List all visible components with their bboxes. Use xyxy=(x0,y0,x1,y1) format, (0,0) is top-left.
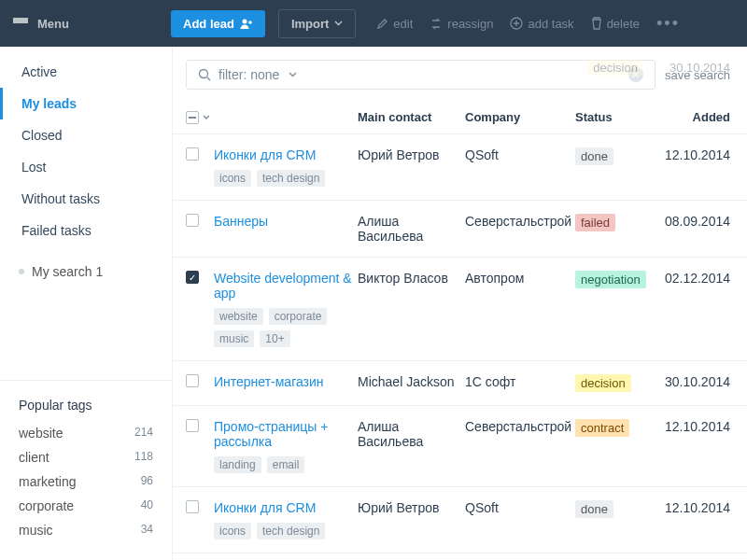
edit-label: edit xyxy=(393,17,413,31)
import-label: Import xyxy=(291,17,329,31)
row-checkbox[interactable] xyxy=(186,500,199,513)
reassign-label: reassign xyxy=(447,17,493,31)
table-body: Иконки для CRMiconstech designЮрий Ветро… xyxy=(173,134,747,560)
row-checkbox[interactable] xyxy=(186,419,199,432)
lead-contact: Michael Jackson xyxy=(358,374,465,389)
lead-title-link[interactable]: Интернет-магазин xyxy=(214,374,324,389)
more-actions[interactable]: ••• xyxy=(656,14,680,34)
menu-button[interactable]: Menu xyxy=(13,17,158,31)
sidebar-item-failed-tasks[interactable]: Failed tasks xyxy=(0,215,172,246)
tag-chip[interactable]: tech design xyxy=(257,523,325,539)
filter-label: filter: none xyxy=(218,67,279,82)
lead-date: 30.10.2014 xyxy=(657,374,730,389)
lead-title-link[interactable]: Промо-страницы + рассылка xyxy=(214,419,328,449)
svg-point-2 xyxy=(200,70,208,78)
row-checkbox[interactable] xyxy=(186,374,199,387)
lead-date: 08.09.2014 xyxy=(657,214,730,229)
table-row: ✓Website development & appwebsitecorpora… xyxy=(173,258,747,361)
edit-action[interactable]: edit xyxy=(376,17,413,31)
lead-title-link[interactable]: Website development & app xyxy=(214,271,352,301)
add-lead-button[interactable]: Add lead xyxy=(171,10,265,37)
tag-chip[interactable]: icons xyxy=(214,523,251,539)
sidebar: ActiveMy leadsClosedLostWithout tasksFai… xyxy=(0,47,173,560)
sidebar-item-without-tasks[interactable]: Without tasks xyxy=(0,183,172,215)
menu-label: Menu xyxy=(37,17,69,31)
status-badge: done xyxy=(575,500,613,518)
lead-date: 12.10.2014 xyxy=(657,419,730,434)
hamburger-icon xyxy=(13,18,28,30)
lead-tags: iconstech design xyxy=(214,170,358,187)
tag-name: client xyxy=(19,450,49,465)
status-badge: done xyxy=(575,147,613,165)
table-row: Промо-страницы + рассылкаlandingemailАли… xyxy=(173,406,747,487)
tag-name: website xyxy=(19,426,63,441)
lead-title-link[interactable]: Баннеры xyxy=(214,214,268,229)
tag-filter-music[interactable]: music34 xyxy=(19,523,153,538)
reassign-action[interactable]: reassign xyxy=(430,17,493,31)
tag-chip[interactable]: corporate xyxy=(269,308,328,325)
tag-name: music xyxy=(19,523,53,538)
checkbox-indeterminate-icon xyxy=(186,111,199,124)
plus-circle-icon xyxy=(510,17,523,30)
lead-contact: Юрий Ветров xyxy=(358,147,465,162)
popular-tags-block: Popular tags website214client118marketin… xyxy=(0,380,172,560)
sidebar-item-closed[interactable]: Closed xyxy=(0,119,172,151)
tag-chip[interactable]: landing xyxy=(214,456,261,473)
chevron-down-icon xyxy=(203,115,210,120)
search-icon xyxy=(198,68,211,81)
tag-chip[interactable]: 10+ xyxy=(260,330,289,347)
status-badge: contract xyxy=(575,419,629,437)
tag-chip[interactable]: icons xyxy=(214,170,251,187)
tag-filter-website[interactable]: website214 xyxy=(19,426,153,441)
chevron-down-icon xyxy=(289,72,297,77)
delete-label: delete xyxy=(607,17,640,31)
tag-chip[interactable]: email xyxy=(267,456,305,473)
main-content: decision 30.10.2014 filter: none ✕ save … xyxy=(173,47,747,560)
tag-filter-marketing[interactable]: marketing96 xyxy=(19,474,153,489)
col-main-contact[interactable]: Main contact xyxy=(358,110,465,124)
sidebar-item-lost[interactable]: Lost xyxy=(0,151,172,183)
sidebar-item-my-leads[interactable]: My leads xyxy=(0,88,172,119)
delete-action[interactable]: delete xyxy=(591,17,640,31)
lead-date: 02.12.2014 xyxy=(657,271,730,286)
row-checkbox[interactable] xyxy=(186,214,199,227)
col-added[interactable]: Added xyxy=(657,110,730,124)
lead-contact: Алиша Васильева xyxy=(358,214,465,244)
topbar: Menu Add lead Import edit reassign add t… xyxy=(0,0,747,47)
tag-filter-client[interactable]: client118 xyxy=(19,450,153,465)
add-lead-label: Add lead xyxy=(183,17,234,31)
select-all[interactable] xyxy=(186,111,214,124)
col-status[interactable]: Status xyxy=(575,110,657,124)
status-badge: decision xyxy=(575,374,631,392)
lead-company: 1С софт xyxy=(465,374,575,389)
saved-search-item[interactable]: My search 1 xyxy=(0,256,172,287)
lead-company: QSoft xyxy=(465,147,575,162)
lead-title-link[interactable]: Иконки для CRM xyxy=(214,500,316,515)
tag-chip[interactable]: music xyxy=(214,330,254,347)
table-row: БаннерыАлиша ВасильеваСеверстальстройfai… xyxy=(173,201,747,258)
sidebar-item-active[interactable]: Active xyxy=(0,56,172,88)
lead-title-link[interactable]: Иконки для CRM xyxy=(214,147,316,162)
clear-filter-icon[interactable]: ✕ xyxy=(628,67,643,82)
add-task-action[interactable]: add task xyxy=(510,17,573,31)
svg-point-0 xyxy=(242,20,247,24)
save-search-link[interactable]: save search xyxy=(665,68,730,82)
table-row: Иконки для CRMiconstech designЮрий Ветро… xyxy=(173,487,747,553)
tag-name: marketing xyxy=(19,474,76,489)
tag-chip[interactable]: tech design xyxy=(257,170,325,187)
import-button[interactable]: Import xyxy=(278,9,356,38)
tag-filter-corporate[interactable]: corporate40 xyxy=(19,498,153,513)
row-checkbox[interactable]: ✓ xyxy=(186,271,199,284)
lead-contact: Юрий Ветров xyxy=(358,500,465,515)
tag-count: 214 xyxy=(134,426,153,441)
reassign-icon xyxy=(430,18,443,30)
col-company[interactable]: Company xyxy=(465,110,575,124)
tag-chip[interactable]: website xyxy=(214,308,263,325)
tag-name: corporate xyxy=(19,498,74,513)
lead-tags: landingemail xyxy=(214,456,358,473)
lead-date: 12.10.2014 xyxy=(657,147,730,162)
table-row: Интернет-магазинMichael Jackson1С софтde… xyxy=(173,361,747,406)
lead-date: 12.10.2014 xyxy=(657,500,730,515)
row-checkbox[interactable] xyxy=(186,147,199,161)
filter-input[interactable]: filter: none ✕ xyxy=(186,60,655,90)
